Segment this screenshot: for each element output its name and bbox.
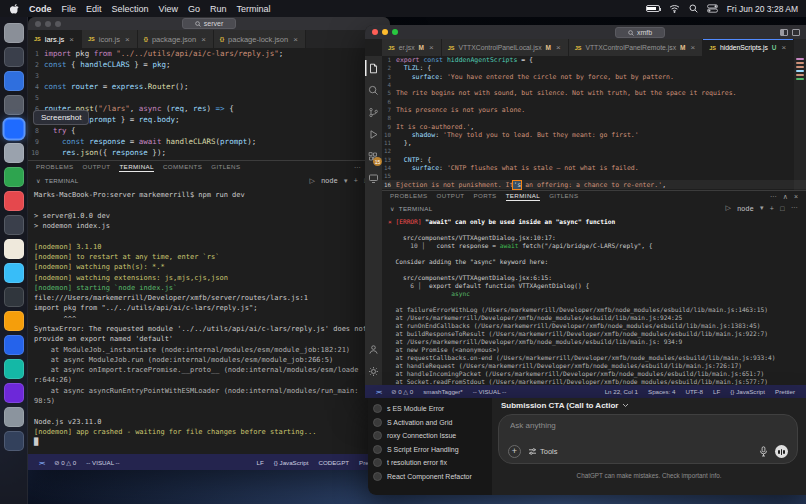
more-actions-icon[interactable]: ⋯ (354, 164, 361, 172)
chevron-dropdown-icon[interactable]: ▾ (760, 204, 764, 212)
explorer-icon[interactable] (365, 60, 382, 76)
zoom-window-button[interactable] (55, 21, 61, 27)
panel-tab-gitlens[interactable]: GITLENS (549, 192, 578, 201)
right-tab-hiddenscripts-js[interactable]: JShiddenScripts.jsU× (703, 39, 794, 56)
menu-item-run[interactable]: Run (210, 4, 227, 14)
close-panel-icon[interactable]: × (794, 193, 798, 200)
left-tab-package-lock-json[interactable]: {}package-lock.json× (214, 30, 306, 48)
dock-icon-8[interactable] (4, 191, 24, 211)
menu-item-edit[interactable]: Edit (86, 4, 102, 14)
dock-icon-7[interactable] (4, 167, 24, 187)
panel-tab-ports[interactable]: PORTS (473, 192, 496, 201)
close-tab-icon[interactable]: × (429, 43, 434, 52)
chevron-dropdown-icon[interactable]: ▾ (344, 177, 348, 185)
dock-icon-2[interactable] (4, 47, 24, 67)
right-code-editor[interactable]: 1export const hiddenAgentScripts = {2 TL… (382, 56, 806, 190)
close-tab-icon[interactable]: × (69, 35, 74, 44)
menu-item-go[interactable]: Go (188, 4, 200, 14)
dock-icon-3[interactable] (4, 71, 24, 91)
menu-item-view[interactable]: View (159, 4, 178, 14)
toggle-sidebar-icon[interactable] (780, 29, 788, 36)
menu-clock[interactable]: Fri Jun 20 3:28 AM (727, 4, 798, 14)
chat-header[interactable]: Submission CTA (Call to Actior (501, 401, 629, 410)
close-tab-icon[interactable]: × (125, 35, 130, 44)
status-item[interactable]: Ln 22, Col 1 (605, 388, 638, 395)
menu-item-file[interactable]: File (62, 4, 77, 14)
status-item[interactable]: -- VISUAL -- (86, 459, 119, 466)
left-tab-package-json[interactable]: {}package.json× (138, 30, 214, 48)
account-icon[interactable] (365, 341, 382, 357)
command-center[interactable]: server (182, 18, 236, 29)
status-item[interactable]: CODEGPT (318, 459, 349, 466)
chevron-down-icon[interactable] (622, 403, 629, 408)
dock-icon-5[interactable] (4, 119, 24, 139)
status-item[interactable]: UTF-8 (686, 388, 704, 395)
close-window-button[interactable] (372, 29, 378, 35)
voice-mode-button[interactable] (775, 445, 788, 458)
left-titlebar[interactable]: server (28, 17, 390, 30)
menu-item-code[interactable]: Code (29, 4, 52, 14)
menu-item-selection[interactable]: Selection (112, 4, 149, 14)
chat-input[interactable] (510, 421, 730, 430)
wifi-icon[interactable] (669, 4, 680, 13)
close-tab-icon[interactable]: × (690, 43, 695, 52)
chevron-down-icon[interactable]: ∨ (36, 177, 41, 184)
dock-icon-17[interactable] (4, 407, 24, 427)
dock-icon-6[interactable] (4, 143, 24, 163)
dock-icon-13[interactable] (4, 311, 24, 331)
kill-terminal-icon[interactable]: ⋯ (791, 204, 798, 212)
panel-tab-gitlens[interactable]: GITLENS (211, 163, 240, 172)
command-center[interactable]: xmfb (615, 27, 665, 38)
chat-history-item[interactable]: s ES Module Error (373, 402, 492, 416)
toggle-panel-icon[interactable] (792, 29, 800, 36)
right-tab-er-jsx[interactable]: JSer.jsxM× (382, 39, 442, 56)
close-window-button[interactable] (35, 21, 41, 27)
dock-icon-14[interactable] (4, 335, 24, 355)
status-item[interactable]: LF (256, 459, 263, 466)
search-icon[interactable] (689, 4, 698, 13)
right-titlebar[interactable]: xmfb (365, 25, 806, 39)
panel-tab-terminal[interactable]: TERMINAL (506, 192, 541, 201)
source-control-icon[interactable] (365, 104, 382, 120)
status-item[interactable]: smashTagger* (423, 388, 463, 395)
new-terminal-icon[interactable]: + (770, 205, 774, 212)
left-tab-icon-js[interactable]: JSicon.js× (82, 30, 138, 48)
remote-explorer-icon[interactable] (365, 170, 382, 186)
tools-button[interactable]: Tools (528, 447, 558, 456)
settings-gear-icon[interactable] (365, 363, 382, 379)
battery-icon[interactable] (646, 5, 660, 12)
status-item[interactable]: ⊘ 0 △ 0 (54, 459, 76, 466)
status-item[interactable]: {} JavaScript (730, 388, 765, 395)
shell-name[interactable]: node (737, 205, 754, 212)
chevron-down-icon[interactable]: ∨ (390, 205, 395, 212)
chat-history-item[interactable]: S Script Error Handling (373, 443, 492, 457)
attach-plus-button[interactable]: + (508, 445, 521, 458)
dock-icon-10[interactable] (4, 239, 24, 259)
dock-icon-4[interactable] (4, 95, 24, 115)
apple-menu-icon[interactable] (10, 3, 20, 15)
chat-history-item[interactable]: t resolution error fix (373, 456, 492, 470)
dock-icon-9[interactable] (4, 215, 24, 235)
split-terminal-icon[interactable]: □ (780, 205, 785, 212)
dock-icon-16[interactable] (4, 383, 24, 403)
minimap[interactable] (794, 56, 806, 190)
status-item[interactable]: Prettier (775, 388, 795, 395)
chat-history-item[interactable]: React Component Refactor (373, 470, 492, 484)
close-tab-icon[interactable]: × (293, 35, 298, 44)
right-tab-vttxcontrolpanellocal-jsx[interactable]: JSVTTXControlPanelLocal.jsxM× (442, 39, 569, 56)
chat-history-item[interactable]: S Activation and Grid (373, 416, 492, 430)
more-actions-icon[interactable]: ⋯ (770, 193, 777, 201)
panel-tab-problems[interactable]: PROBLEMS (390, 192, 428, 201)
dock-icon-18[interactable] (4, 431, 24, 451)
left-tab-lars-js[interactable]: JSlars.js× (28, 30, 82, 48)
status-item[interactable]: Spaces: 4 (648, 388, 676, 395)
shell-name[interactable]: node (321, 177, 338, 184)
status-item[interactable]: LF (713, 388, 720, 395)
right-terminal[interactable]: × [ERROR] "await" can only be used insid… (382, 215, 806, 385)
chat-history-item[interactable]: roxy Connection Issue (373, 429, 492, 443)
dock-icon-12[interactable] (4, 287, 24, 307)
status-item[interactable]: {} JavaScript (274, 459, 309, 466)
run-debug-icon[interactable] (365, 126, 382, 142)
microphone-icon[interactable] (759, 446, 768, 457)
dock-icon-11[interactable] (4, 263, 24, 283)
